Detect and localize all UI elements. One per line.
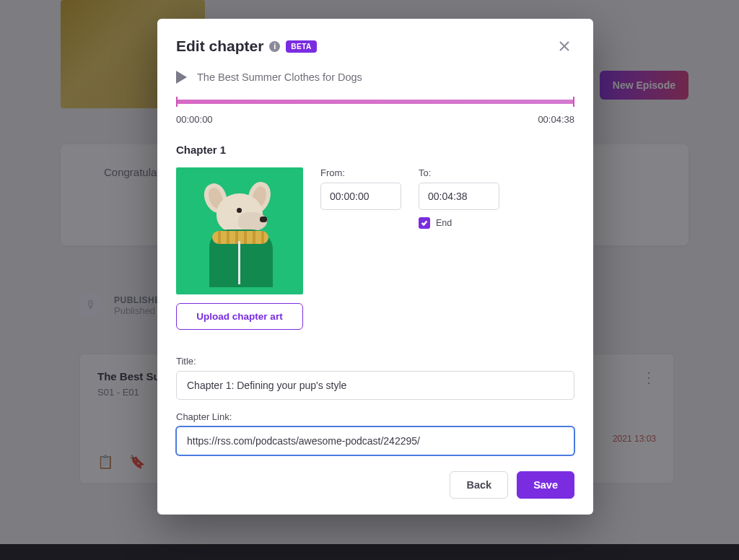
timeline-start: 00:00:00 <box>176 114 213 125</box>
from-input[interactable] <box>320 183 401 210</box>
chapter-art-preview <box>176 167 303 294</box>
close-icon <box>559 40 570 52</box>
title-label: Title: <box>176 356 574 367</box>
to-field: To: <box>419 167 499 210</box>
save-button[interactable]: Save <box>517 471 574 499</box>
end-checkbox[interactable] <box>419 217 430 229</box>
upload-chapter-art-button[interactable]: Upload chapter art <box>176 303 303 330</box>
modal-footer: Back Save <box>176 471 574 499</box>
dog-illustration <box>196 186 283 287</box>
upload-btn-label: Upload chapter art <box>196 311 282 322</box>
timeline-end: 00:04:38 <box>538 114 574 125</box>
episode-title-label: The Best Summer Clothes for Dogs <box>197 71 362 83</box>
edit-chapter-modal: Edit chapter i BETA The Best Summer Clot… <box>157 19 593 515</box>
chapter-link-field: Chapter Link: <box>176 411 574 455</box>
from-field: From: <box>320 167 401 229</box>
timeline-track[interactable] <box>176 100 574 104</box>
back-button[interactable]: Back <box>450 471 508 499</box>
play-button[interactable] <box>176 71 187 84</box>
player-row: The Best Summer Clothes for Dogs <box>176 71 574 84</box>
chapter-link-label: Chapter Link: <box>176 411 574 422</box>
from-label: From: <box>320 167 401 178</box>
to-input[interactable] <box>419 183 499 210</box>
title-input[interactable] <box>176 371 574 400</box>
chapter-link-input[interactable] <box>176 426 574 455</box>
title-field: Title: <box>176 356 574 400</box>
end-checkbox-row[interactable]: End <box>419 217 499 229</box>
modal-title: Edit chapter <box>176 38 263 55</box>
close-button[interactable] <box>554 36 574 56</box>
save-label: Save <box>533 479 558 491</box>
beta-badge: BETA <box>286 40 316 53</box>
modal-header: Edit chapter i BETA <box>176 36 574 56</box>
end-label: End <box>436 218 452 228</box>
info-icon[interactable]: i <box>269 41 280 52</box>
timeline[interactable]: 00:00:00 00:04:38 <box>176 100 574 125</box>
back-label: Back <box>466 479 491 491</box>
check-icon <box>421 219 428 227</box>
chapter-heading: Chapter 1 <box>176 144 574 156</box>
to-label: To: <box>419 167 499 178</box>
